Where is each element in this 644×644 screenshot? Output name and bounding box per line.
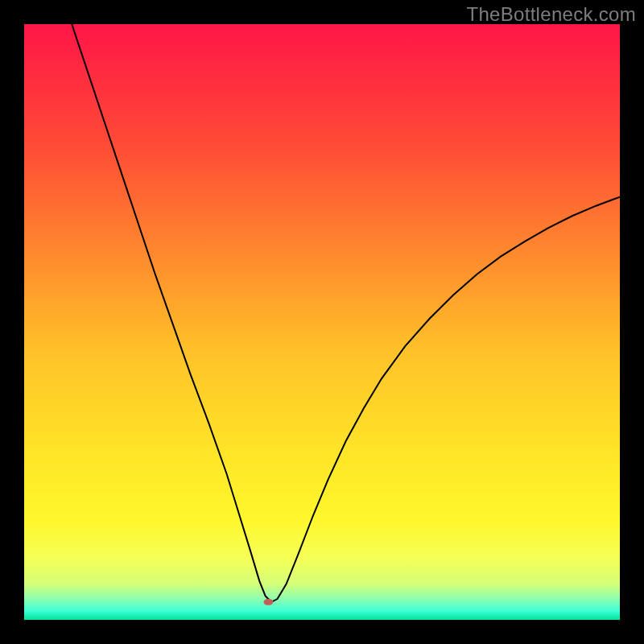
gradient-bg <box>24 24 620 620</box>
minimum-marker <box>263 599 273 605</box>
plot-area <box>24 24 620 620</box>
watermark-text: TheBottleneck.com <box>466 3 636 26</box>
chart-frame: TheBottleneck.com <box>0 0 644 644</box>
chart-svg <box>24 24 620 620</box>
